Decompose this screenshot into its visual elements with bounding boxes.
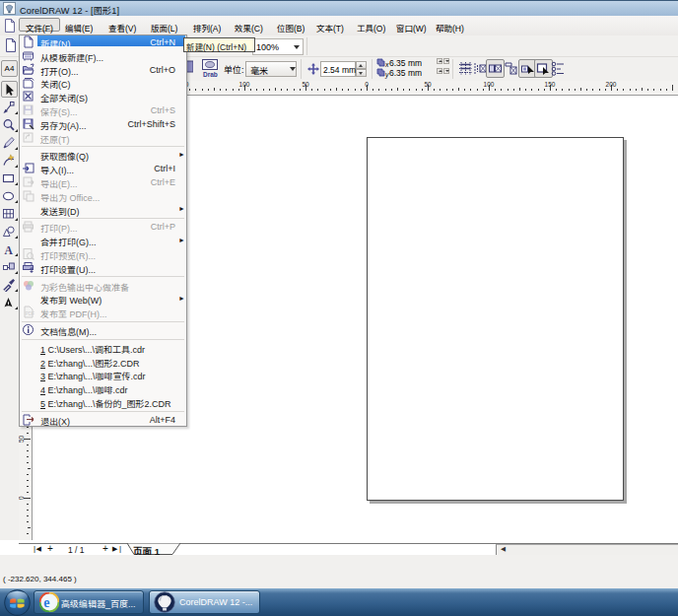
svg-text:PDF: PDF [25,310,34,316]
svg-text:Drab: Drab [203,71,218,78]
svg-text:A: A [5,244,14,256]
svg-text:e: e [43,595,49,610]
